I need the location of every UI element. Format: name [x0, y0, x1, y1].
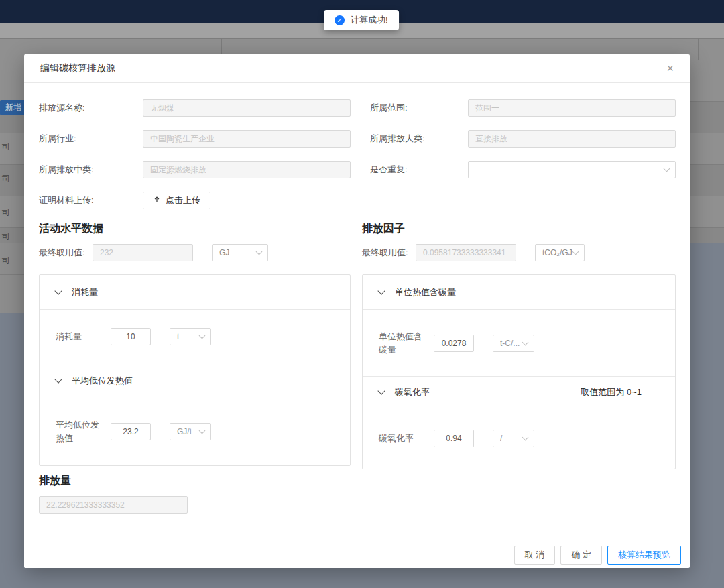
source-name-input — [143, 99, 351, 117]
emission-section: 排放量 — [39, 474, 676, 514]
carbon-content-row: 单位热值含碳量 t-C/... — [363, 310, 675, 377]
consumption-input[interactable] — [111, 328, 151, 345]
heating-value-label: 平均低位发热值 — [56, 418, 111, 445]
consumption-unit-select[interactable]: t — [170, 328, 211, 345]
scope-input — [468, 99, 676, 117]
field-upload: 证明材料上传: 点击上传 — [39, 192, 351, 209]
oxidation-rate-input[interactable] — [434, 430, 474, 447]
consumption-label: 消耗量 — [56, 330, 111, 343]
section-titles: 活动水平数据 最终取用值: GJ 排放因子 最终取用值: tCO₂/GJ — [39, 222, 676, 261]
source-name-label: 排放源名称: — [39, 102, 143, 114]
factor-title: 排放因子 — [362, 222, 676, 236]
consumption-header-label: 消耗量 — [72, 286, 98, 298]
table-row: 司 — [2, 255, 10, 266]
major-category-label: 所属排放大类: — [370, 133, 468, 145]
activity-unit-value: GJ — [219, 248, 257, 257]
field-scope: 所属范围: — [370, 99, 676, 117]
table-row: 司 — [2, 231, 10, 242]
table-row: 司 — [2, 141, 10, 152]
upload-label: 证明材料上传: — [39, 194, 143, 207]
consumption-unit-value: t — [177, 332, 200, 341]
scope-label: 所属范围: — [370, 102, 468, 114]
upload-icon — [153, 196, 161, 205]
chevron-down-icon — [664, 166, 670, 172]
medium-category-label: 所属排放中类: — [39, 164, 143, 176]
activity-section-head: 活动水平数据 最终取用值: GJ — [39, 222, 351, 261]
carbon-content-header-label: 单位热值含碳量 — [395, 286, 456, 298]
activity-final-row: 最终取用值: GJ — [39, 244, 351, 261]
dialog-footer: 取 消 确 定 核算结果预览 — [24, 542, 690, 568]
heating-value-row: 平均低位发热值 GJ/t — [40, 398, 350, 465]
chevron-down-icon — [54, 375, 62, 383]
factor-section-head: 排放因子 最终取用值: tCO₂/GJ — [362, 222, 676, 261]
heating-value-input[interactable] — [111, 423, 151, 440]
oxidation-rate-row: 碳氧化率 / — [363, 408, 675, 469]
carbon-content-collapse-header[interactable]: 单位热值含碳量 — [363, 275, 675, 310]
chevron-down-icon — [377, 287, 385, 294]
table-row: 司 — [2, 173, 10, 184]
field-source-name: 排放源名称: — [39, 99, 351, 117]
field-major-category: 所属排放大类: — [370, 130, 676, 148]
factor-final-row: 最终取用值: tCO₂/GJ — [362, 244, 676, 261]
factor-panel-group: 单位热值含碳量 单位热值含碳量 t-C/... 碳氧化率 取值范围为 0~1 — [362, 274, 676, 469]
oxidation-rate-header-label: 碳氧化率 — [395, 386, 430, 398]
factor-final-label: 最终取用值: — [362, 247, 416, 259]
dialog-header: 编辑碳核算排放源 × — [24, 54, 690, 83]
industry-label: 所属行业: — [39, 133, 143, 145]
ok-button[interactable]: 确 定 — [560, 546, 602, 565]
carbon-content-unit-select[interactable]: t-C/... — [493, 335, 534, 352]
heating-value-unit-select[interactable]: GJ/t — [170, 423, 211, 440]
chevron-down-icon — [256, 249, 263, 255]
parameter-panels: 消耗量 消耗量 t 平均低位发热值 平均低位发热值 — [39, 274, 676, 469]
consumption-row: 消耗量 t — [40, 310, 350, 363]
chevron-down-icon — [572, 249, 579, 255]
dialog-title: 编辑碳核算排放源 — [40, 62, 115, 74]
edit-emission-source-dialog: 编辑碳核算排放源 × 排放源名称: 所属范围: 所属行业: 所属排放大类: 所属… — [24, 54, 690, 568]
oxidation-rate-unit-select[interactable]: / — [493, 430, 534, 447]
oxidation-rate-label: 碳氧化率 — [379, 432, 434, 445]
field-duplicate: 是否重复: — [370, 161, 676, 178]
factor-unit-value: tCO₂/GJ — [542, 248, 573, 257]
table-row: 司 — [2, 207, 10, 218]
oxidation-rate-unit: / — [500, 434, 523, 443]
carbon-content-label: 单位热值含碳量 — [379, 330, 434, 357]
industry-input — [143, 130, 351, 148]
factor-unit-select[interactable]: tCO₂/GJ — [535, 244, 585, 261]
carbon-content-input[interactable] — [434, 335, 474, 352]
heating-value-unit: GJ/t — [177, 427, 200, 436]
emission-result-input — [39, 496, 188, 514]
backdrop-table-rows — [0, 243, 24, 313]
close-icon[interactable]: × — [666, 62, 674, 74]
activity-panel-group: 消耗量 消耗量 t 平均低位发热值 平均低位发热值 — [39, 274, 351, 466]
field-medium-category: 所属排放中类: — [39, 161, 351, 178]
backdrop-column-divider — [698, 38, 699, 60]
dialog-body: 排放源名称: 所属范围: 所属行业: 所属排放大类: 所属排放中类: 是否重复: — [24, 83, 690, 514]
chevron-down-icon — [522, 339, 529, 345]
upload-button[interactable]: 点击上传 — [143, 192, 210, 209]
consumption-collapse-header[interactable]: 消耗量 — [40, 275, 350, 310]
oxidation-range-note: 取值范围为 0~1 — [581, 386, 642, 398]
check-circle-icon — [335, 15, 345, 25]
factor-final-input — [416, 244, 516, 261]
heating-value-collapse-header[interactable]: 平均低位发热值 — [40, 363, 350, 398]
activity-title: 活动水平数据 — [39, 222, 351, 236]
upload-button-label: 点击上传 — [166, 194, 200, 207]
medium-category-input — [143, 161, 351, 178]
duplicate-label: 是否重复: — [370, 164, 468, 176]
activity-final-input — [93, 244, 193, 261]
info-form: 排放源名称: 所属范围: 所属行业: 所属排放大类: 所属排放中类: 是否重复: — [39, 99, 676, 209]
duplicate-select[interactable] — [468, 161, 676, 178]
field-industry: 所属行业: — [39, 130, 351, 148]
chevron-down-icon — [522, 434, 529, 441]
oxidation-rate-collapse-header[interactable]: 碳氧化率 取值范围为 0~1 — [363, 377, 675, 408]
chevron-down-icon — [377, 387, 385, 394]
chevron-down-icon — [54, 287, 62, 294]
cancel-button[interactable]: 取 消 — [514, 546, 556, 565]
success-toast: 计算成功! — [324, 10, 399, 30]
toast-message: 计算成功! — [351, 14, 388, 26]
spacer — [370, 192, 676, 209]
result-preview-button[interactable]: 核算结果预览 — [607, 546, 681, 565]
chevron-down-icon — [199, 428, 206, 434]
activity-unit-select[interactable]: GJ — [212, 244, 268, 261]
activity-final-label: 最终取用值: — [39, 247, 93, 259]
